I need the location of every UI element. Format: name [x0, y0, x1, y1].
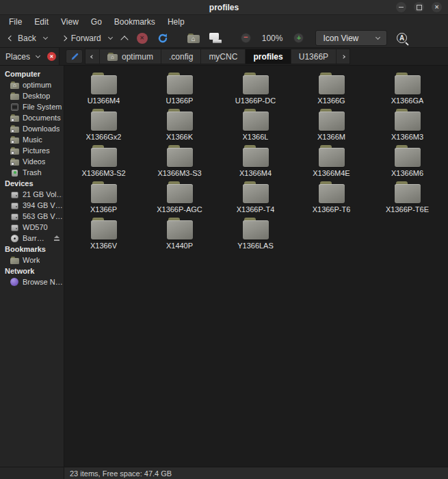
- folder-icon: [318, 73, 345, 94]
- breadcrumb-config[interactable]: .config: [161, 49, 200, 64]
- file-item-x1366m4[interactable]: X1366M4: [218, 144, 293, 180]
- file-item-y1366las[interactable]: Y1366LAS: [218, 216, 293, 253]
- maximize-button[interactable]: [414, 2, 424, 12]
- back-button[interactable]: Back: [4, 30, 52, 47]
- file-name: X1366M: [317, 133, 345, 141]
- file-name: U1366P-DC: [235, 96, 276, 105]
- sidebar-item-label: Documents: [23, 114, 61, 122]
- menu-item-view[interactable]: View: [55, 15, 85, 29]
- file-item-x1366p-t4[interactable]: X1366P-T4: [218, 180, 293, 216]
- sidebar-item-label: Music: [23, 135, 42, 144]
- eject-icon[interactable]: [53, 235, 60, 241]
- menu-item-help[interactable]: Help: [161, 15, 191, 29]
- menu-item-bookmarks[interactable]: Bookmarks: [108, 15, 161, 29]
- file-item-x1366m6[interactable]: X1366M6: [369, 144, 445, 180]
- folder-icon: [242, 218, 269, 240]
- minimize-button[interactable]: [396, 2, 406, 12]
- find-files-button[interactable]: [391, 30, 414, 47]
- sidebar-item-downloads[interactable]: Downloads: [0, 123, 64, 134]
- menu-item-edit[interactable]: Edit: [28, 15, 55, 29]
- emblem-icon: [11, 118, 14, 122]
- sidebar-item-label: File System: [23, 103, 62, 111]
- file-item-x1366gx2[interactable]: X1366Gx2: [66, 107, 142, 144]
- file-item-u1366p[interactable]: U1366P: [142, 71, 218, 107]
- folder-icon: [242, 145, 269, 167]
- file-item-x1366v[interactable]: X1366V: [66, 216, 142, 253]
- view-mode-dropdown[interactable]: Icon View: [315, 30, 387, 46]
- back-label: Back: [18, 30, 36, 47]
- menu-item-file[interactable]: File: [3, 15, 28, 29]
- stop-button[interactable]: [132, 30, 153, 47]
- folder-body: [319, 112, 345, 131]
- edit-path-button[interactable]: [66, 49, 83, 64]
- file-item-x1366m3-s2[interactable]: X1366M3-S2: [66, 144, 142, 180]
- sidebar-item-videos[interactable]: Videos: [0, 156, 64, 167]
- breadcrumbs: ⌂optimum.configmyCNCprofilesU1366P: [99, 49, 336, 64]
- breadcrumb-profiles[interactable]: profiles: [245, 49, 290, 64]
- sidebar-item-label: 394 GB V…: [23, 201, 62, 209]
- file-item-x1366p-t6e[interactable]: X1366P-T6E: [369, 180, 445, 216]
- sidebar-item-documents[interactable]: Documents: [0, 112, 64, 123]
- sidebar-item-pictures[interactable]: Pictures: [0, 145, 64, 156]
- breadcrumb-mycnc[interactable]: myCNC: [200, 49, 245, 64]
- file-name: X1366P-AGC: [157, 205, 202, 213]
- file-item-u1366m4[interactable]: U1366M4: [66, 71, 142, 107]
- file-item-x1440p[interactable]: X1440P: [142, 216, 218, 253]
- file-item-x1366k[interactable]: X1366K: [142, 107, 218, 144]
- breadcrumb-label: optimum: [122, 52, 153, 62]
- file-item-x1366p-t6[interactable]: X1366P-T6: [293, 180, 369, 216]
- zoom-out-button[interactable]: −: [236, 30, 256, 47]
- folder-body: [91, 148, 117, 167]
- sidebar-item-trash[interactable]: Trash: [0, 167, 64, 178]
- breadcrumb-scroll-right[interactable]: [336, 49, 350, 64]
- sidebar-item-optimum[interactable]: ⌂optimum: [0, 79, 64, 90]
- folder-body: [319, 184, 345, 203]
- drive-icon: [10, 191, 19, 198]
- forward-button[interactable]: Forward: [57, 30, 117, 47]
- home-button[interactable]: ⌂: [183, 30, 205, 47]
- file-item-x1366m3-s3[interactable]: X1366M3-S3: [142, 144, 218, 180]
- folder-view[interactable]: U1366M4U1366PU1366P-DCX1366GX1366GAX1366…: [64, 66, 448, 467]
- back-history-chevron-icon[interactable]: [43, 34, 48, 39]
- zoom-in-button[interactable]: +: [289, 30, 308, 47]
- places-selector[interactable]: Places: [0, 48, 60, 65]
- up-button[interactable]: [117, 30, 132, 47]
- folder-icon: [318, 181, 345, 203]
- breadcrumb-optimum[interactable]: ⌂optimum: [99, 49, 161, 64]
- file-item-x1366l[interactable]: X1366L: [218, 107, 293, 144]
- sidebar-item-browse-n[interactable]: Browse N…: [0, 276, 64, 287]
- sidebar-item-file-system[interactable]: File System: [0, 101, 64, 112]
- reload-button[interactable]: [153, 30, 173, 47]
- home-folder-icon: ⌂: [107, 53, 118, 61]
- file-item-x1366ga[interactable]: X1366GA: [369, 71, 445, 107]
- drive-icon: [10, 224, 19, 231]
- forward-history-chevron-icon[interactable]: [108, 34, 113, 39]
- file-name: X1366Gx2: [86, 133, 122, 141]
- file-item-x1366g[interactable]: X1366G: [293, 71, 369, 107]
- trash-icon: [10, 169, 19, 177]
- sidebar-item-563-gb-v[interactable]: 563 GB V…: [0, 211, 64, 222]
- breadcrumb-scroll-left[interactable]: [85, 49, 99, 64]
- sidebar-item-music[interactable]: Music: [0, 134, 64, 145]
- file-item-x1366p[interactable]: X1366P: [66, 180, 142, 216]
- sidebar-item-desktop[interactable]: Desktop: [0, 90, 64, 101]
- sidebar-item-21-gb-vol[interactable]: 21 GB Vol…: [0, 189, 64, 200]
- sidebar-item-394-gb-v[interactable]: 394 GB V…: [0, 200, 64, 211]
- file-name: X1366M4: [239, 169, 272, 177]
- folder-body: [91, 184, 117, 203]
- file-item-x1366m3[interactable]: X1366M3: [369, 107, 445, 144]
- desktop-button[interactable]: [205, 30, 226, 47]
- folder-icon: [318, 109, 345, 131]
- close-side-pane-icon[interactable]: [47, 52, 56, 61]
- close-button[interactable]: [432, 2, 442, 12]
- menu-item-go[interactable]: Go: [85, 15, 108, 29]
- sidebar-item-wd570[interactable]: WD570: [0, 222, 64, 233]
- file-item-x1366m[interactable]: X1366M: [293, 107, 369, 144]
- file-item-x1366p-agc[interactable]: X1366P-AGC: [142, 180, 218, 216]
- breadcrumb-label: profiles: [253, 52, 282, 62]
- file-item-u1366p-dc[interactable]: U1366P-DC: [218, 71, 293, 107]
- sidebar-item-barr[interactable]: Barr…: [0, 233, 64, 244]
- sidebar-item-work[interactable]: Work: [0, 255, 64, 266]
- breadcrumb-u1366p[interactable]: U1366P: [291, 49, 336, 64]
- file-item-x1366m4e[interactable]: X1366M4E: [293, 144, 369, 180]
